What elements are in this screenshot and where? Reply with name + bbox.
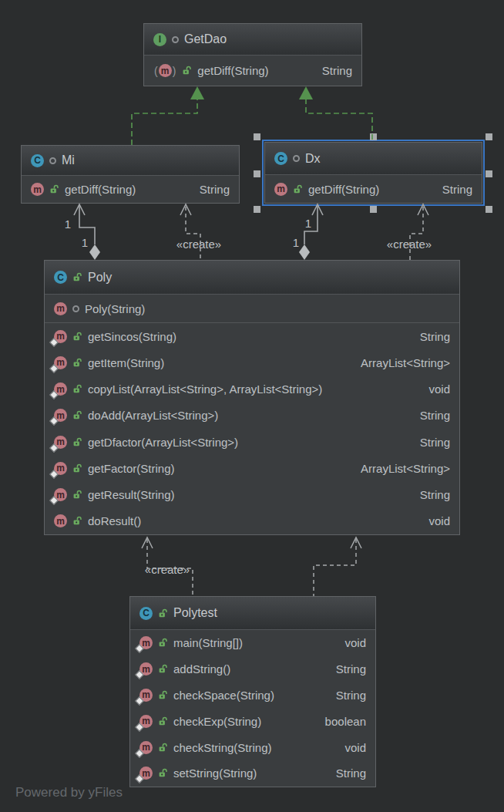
member-return-type: String xyxy=(420,330,450,343)
member-signature: copyList(ArrayList<String>, ArrayList<St… xyxy=(88,382,322,396)
member-return-type: void xyxy=(428,382,450,396)
ring-icon xyxy=(293,155,300,162)
edge-create-polytest-poly-right[interactable] xyxy=(314,537,361,596)
member-signature: getItem(String) xyxy=(88,356,164,369)
member-row[interactable]: m getSincos(String) String xyxy=(45,323,459,349)
member-row[interactable]: m checkString(String) void xyxy=(130,734,375,760)
method-icon: m xyxy=(54,356,67,369)
member-row[interactable]: m checkSpace(String) String xyxy=(130,682,375,709)
member-row[interactable]: m getDiff(String) String xyxy=(265,175,482,203)
member-row[interactable]: m getItem(String) ArrayList<String> xyxy=(45,349,459,376)
class-header[interactable]: C Mi xyxy=(22,146,239,175)
member-row[interactable]: m main(String[]) void xyxy=(130,630,375,656)
selection-handle[interactable] xyxy=(486,170,492,177)
class-title: Polytest xyxy=(173,606,217,620)
member-row[interactable]: m doResult() void xyxy=(45,508,459,534)
member-signature: getDiff(String) xyxy=(308,183,379,196)
member-return-type: String xyxy=(420,488,450,501)
edge-label-stereotype: «create» xyxy=(387,238,432,251)
member-return-type: void xyxy=(344,741,366,754)
edge-create-poly-dx[interactable] xyxy=(410,204,428,260)
class-node-getdao[interactable]: I GetDao (m) getDiff(String) String xyxy=(143,23,362,86)
member-row[interactable]: m copyList(ArrayList<String>, ArrayList<… xyxy=(45,376,459,403)
member-signature: doResult() xyxy=(88,514,141,527)
edge-create-poly-mi[interactable] xyxy=(180,204,200,260)
unlocked-icon xyxy=(158,690,168,700)
member-signature: getDfactor(ArrayList<String>) xyxy=(88,436,238,449)
ring-icon xyxy=(49,157,56,164)
selection-handle[interactable] xyxy=(486,206,492,213)
member-return-type: String xyxy=(336,689,366,702)
member-row[interactable]: (m) getDiff(String) String xyxy=(144,56,361,86)
method-icon: m xyxy=(139,689,153,702)
member-signature: getFactor(String) xyxy=(88,462,175,475)
method-icon: m xyxy=(54,462,67,475)
member-signature: checkExp(String) xyxy=(173,715,261,728)
class-header[interactable]: C Dx xyxy=(265,143,482,174)
member-return-type: void xyxy=(344,636,366,649)
class-node-polytest[interactable]: C Polytest m main(String[]) void m addSt… xyxy=(129,596,376,787)
unlocked-icon xyxy=(158,664,168,674)
unlocked-icon xyxy=(49,184,59,194)
method-icon: m xyxy=(54,382,67,396)
class-icon: C xyxy=(139,607,153,620)
class-header[interactable]: C Poly xyxy=(45,261,459,294)
unlocked-icon xyxy=(72,410,82,420)
class-node-mi[interactable]: C Mi m getDiff(String) String xyxy=(21,145,240,204)
member-return-type: String xyxy=(420,409,450,422)
member-row[interactable]: m addString() String xyxy=(130,656,375,682)
class-title: Dx xyxy=(305,152,321,166)
member-signature: main(String[]) xyxy=(173,636,243,649)
edge-realization-dx-getdao[interactable] xyxy=(299,86,372,140)
class-node-dx[interactable]: C Dx m getDiff(String) String xyxy=(264,142,482,204)
member-row[interactable]: m getDiff(String) String xyxy=(22,176,239,203)
unlocked-icon xyxy=(158,743,168,753)
member-row[interactable]: m getDfactor(ArrayList<String>) String xyxy=(45,429,459,455)
selection-handle[interactable] xyxy=(254,170,260,177)
class-title: GetDao xyxy=(184,32,227,46)
class-header[interactable]: C Polytest xyxy=(130,597,375,629)
unlocked-icon xyxy=(72,490,82,500)
selection-handle[interactable] xyxy=(370,206,377,213)
member-row[interactable]: m checkExp(String) boolean xyxy=(130,708,375,734)
edge-realization-mi-getdao[interactable] xyxy=(132,86,204,145)
class-node-poly[interactable]: C Poly m Poly(String) m getSincos(String… xyxy=(44,260,460,535)
member-return-type: ArrayList<String> xyxy=(361,462,450,475)
edge-label-multiplicity: 1 xyxy=(82,236,88,249)
member-signature: addString() xyxy=(173,662,230,676)
member-signature: setString(String) xyxy=(173,767,257,780)
unlocked-icon xyxy=(72,358,82,368)
member-row[interactable]: m getResult(String) String xyxy=(45,482,459,508)
diagram-canvas[interactable]: I GetDao (m) getDiff(String) String C Mi… xyxy=(0,0,504,812)
member-return-type: String xyxy=(336,767,366,780)
member-signature: Poly(String) xyxy=(85,302,145,315)
edge-association-poly-dx[interactable] xyxy=(299,204,323,260)
edge-association-poly-mi[interactable] xyxy=(74,204,100,260)
method-icon: m xyxy=(139,636,153,649)
edge-label-multiplicity: 1 xyxy=(305,217,311,230)
selection-handle[interactable] xyxy=(486,133,492,140)
yfiles-watermark: Powered by yFiles xyxy=(15,785,123,800)
edge-label-stereotype: «create» xyxy=(145,563,190,576)
method-icon: m xyxy=(274,183,287,196)
selection-handle[interactable] xyxy=(254,206,260,213)
member-row[interactable]: m getFactor(String) ArrayList<String> xyxy=(45,455,459,481)
edge-label-multiplicity: 1 xyxy=(65,217,71,231)
selection-handle[interactable] xyxy=(254,133,260,140)
member-row[interactable]: m doAdd(ArrayList<String>) String xyxy=(45,403,459,429)
method-icon: m xyxy=(54,409,67,422)
selection-handle[interactable] xyxy=(370,133,377,140)
method-icon: m xyxy=(31,183,44,196)
unlocked-icon xyxy=(72,272,82,282)
member-row[interactable]: m Poly(String) xyxy=(45,295,459,322)
class-title: Mi xyxy=(62,153,75,167)
member-return-type: String xyxy=(442,183,472,196)
unlocked-icon xyxy=(72,384,82,394)
member-signature: getResult(String) xyxy=(88,488,175,501)
member-row[interactable]: m setString(String) String xyxy=(130,760,375,787)
ring-icon xyxy=(172,36,179,43)
method-icon: m xyxy=(54,514,67,527)
class-header[interactable]: I GetDao xyxy=(144,24,361,55)
unlocked-icon xyxy=(293,184,303,194)
method-icon: m xyxy=(54,330,67,343)
